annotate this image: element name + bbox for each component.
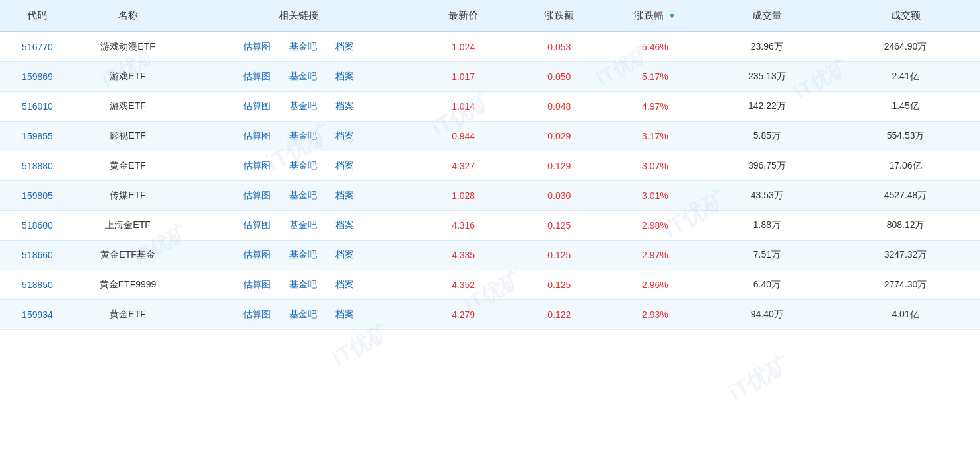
cell-pct: 5.46%: [607, 32, 703, 62]
cell-name: 黄金ETF: [75, 151, 181, 181]
cell-vol: 396.75万: [703, 151, 831, 181]
cell-code[interactable]: 518850: [0, 270, 75, 300]
cell-change: 0.053: [511, 32, 607, 62]
cell-links: 估算图基金吧档案: [181, 211, 415, 241]
link-估算图[interactable]: 估算图: [243, 219, 271, 231]
cell-code[interactable]: 159934: [0, 300, 75, 330]
table-row: 159805传媒ETF估算图基金吧档案1.0280.0303.01%43.53万…: [0, 181, 980, 211]
link-估算图[interactable]: 估算图: [243, 249, 271, 261]
cell-links: 估算图基金吧档案: [181, 32, 415, 62]
cell-code[interactable]: 516770: [0, 32, 75, 62]
col-header-change: 涨跌额: [511, 0, 607, 32]
cell-name: 游戏ETF: [75, 62, 181, 92]
cell-change: 0.048: [511, 92, 607, 122]
table-row: 518600上海金ETF估算图基金吧档案4.3160.1252.98%1.88万…: [0, 211, 980, 241]
cell-change: 0.029: [511, 122, 607, 151]
sort-down-icon: ▼: [668, 11, 676, 20]
link-档案[interactable]: 档案: [335, 130, 354, 142]
cell-name: 黄金ETF基金: [75, 241, 181, 270]
link-档案[interactable]: 档案: [335, 71, 354, 83]
col-header-pct[interactable]: 涨跌幅 ▼: [607, 0, 703, 32]
link-估算图[interactable]: 估算图: [243, 190, 271, 202]
cell-amount: 2.41亿: [831, 62, 980, 92]
cell-links: 估算图基金吧档案: [181, 300, 415, 330]
link-基金吧[interactable]: 基金吧: [289, 100, 317, 112]
cell-price: 4.335: [415, 241, 511, 270]
cell-price: 1.014: [415, 92, 511, 122]
link-基金吧[interactable]: 基金吧: [289, 130, 317, 142]
link-基金吧[interactable]: 基金吧: [289, 279, 317, 291]
col-header-amount: 成交额: [831, 0, 980, 32]
cell-pct: 4.97%: [607, 92, 703, 122]
col-header-vol: 成交量: [703, 0, 831, 32]
col-header-price: 最新价: [415, 0, 511, 32]
cell-change: 0.050: [511, 62, 607, 92]
cell-code[interactable]: 516010: [0, 92, 75, 122]
link-估算图[interactable]: 估算图: [243, 41, 271, 53]
cell-price: 1.028: [415, 181, 511, 211]
link-档案[interactable]: 档案: [335, 41, 354, 53]
link-档案[interactable]: 档案: [335, 100, 354, 112]
cell-amount: 4527.48万: [831, 181, 980, 211]
col-header-name: 名称: [75, 0, 181, 32]
cell-code[interactable]: 159805: [0, 181, 75, 211]
link-基金吧[interactable]: 基金吧: [289, 219, 317, 231]
cell-code[interactable]: 518600: [0, 211, 75, 241]
link-档案[interactable]: 档案: [335, 309, 354, 321]
cell-code[interactable]: 518880: [0, 151, 75, 181]
cell-pct: 3.07%: [607, 151, 703, 181]
cell-links: 估算图基金吧档案: [181, 92, 415, 122]
link-档案[interactable]: 档案: [335, 279, 354, 291]
etf-table: 代码 名称 相关链接 最新价 涨跌额 涨跌幅 ▼ 成交量 成交额 516770游…: [0, 0, 980, 330]
cell-name: 传媒ETF: [75, 181, 181, 211]
cell-price: 1.024: [415, 32, 511, 62]
link-档案[interactable]: 档案: [335, 249, 354, 261]
cell-amount: 2464.90万: [831, 32, 980, 62]
link-估算图[interactable]: 估算图: [243, 160, 271, 172]
link-档案[interactable]: 档案: [335, 219, 354, 231]
cell-pct: 2.96%: [607, 270, 703, 300]
table-row: 518880黄金ETF估算图基金吧档案4.3270.1293.07%396.75…: [0, 151, 980, 181]
link-基金吧[interactable]: 基金吧: [289, 309, 317, 321]
cell-links: 估算图基金吧档案: [181, 241, 415, 270]
cell-change: 0.129: [511, 151, 607, 181]
cell-vol: 43.53万: [703, 181, 831, 211]
table-header-row: 代码 名称 相关链接 最新价 涨跌额 涨跌幅 ▼ 成交量 成交额: [0, 0, 980, 32]
link-估算图[interactable]: 估算图: [243, 130, 271, 142]
cell-pct: 2.93%: [607, 300, 703, 330]
link-档案[interactable]: 档案: [335, 160, 354, 172]
cell-code[interactable]: 159869: [0, 62, 75, 92]
cell-pct: 3.01%: [607, 181, 703, 211]
cell-amount: 4.01亿: [831, 300, 980, 330]
cell-code[interactable]: 518660: [0, 241, 75, 270]
cell-vol: 235.13万: [703, 62, 831, 92]
table-row: 518850黄金ETF9999估算图基金吧档案4.3520.1252.96%6.…: [0, 270, 980, 300]
cell-vol: 142.22万: [703, 92, 831, 122]
table-row: 516770游戏动漫ETF估算图基金吧档案1.0240.0535.46%23.9…: [0, 32, 980, 62]
cell-price: 4.279: [415, 300, 511, 330]
link-基金吧[interactable]: 基金吧: [289, 160, 317, 172]
cell-links: 估算图基金吧档案: [181, 122, 415, 151]
cell-code[interactable]: 159855: [0, 122, 75, 151]
cell-links: 估算图基金吧档案: [181, 151, 415, 181]
cell-vol: 6.40万: [703, 270, 831, 300]
cell-name: 游戏动漫ETF: [75, 32, 181, 62]
cell-price: 4.316: [415, 211, 511, 241]
link-基金吧[interactable]: 基金吧: [289, 41, 317, 53]
link-估算图[interactable]: 估算图: [243, 309, 271, 321]
cell-amount: 1.45亿: [831, 92, 980, 122]
link-估算图[interactable]: 估算图: [243, 71, 271, 83]
cell-vol: 5.85万: [703, 122, 831, 151]
link-估算图[interactable]: 估算图: [243, 279, 271, 291]
link-档案[interactable]: 档案: [335, 190, 354, 202]
table-row: 159934黄金ETF估算图基金吧档案4.2790.1222.93%94.40万…: [0, 300, 980, 330]
cell-change: 0.030: [511, 181, 607, 211]
cell-price: 1.017: [415, 62, 511, 92]
link-基金吧[interactable]: 基金吧: [289, 249, 317, 261]
col-header-code: 代码: [0, 0, 75, 32]
cell-name: 影视ETF: [75, 122, 181, 151]
link-基金吧[interactable]: 基金吧: [289, 190, 317, 202]
cell-vol: 23.96万: [703, 32, 831, 62]
link-估算图[interactable]: 估算图: [243, 100, 271, 112]
link-基金吧[interactable]: 基金吧: [289, 71, 317, 83]
